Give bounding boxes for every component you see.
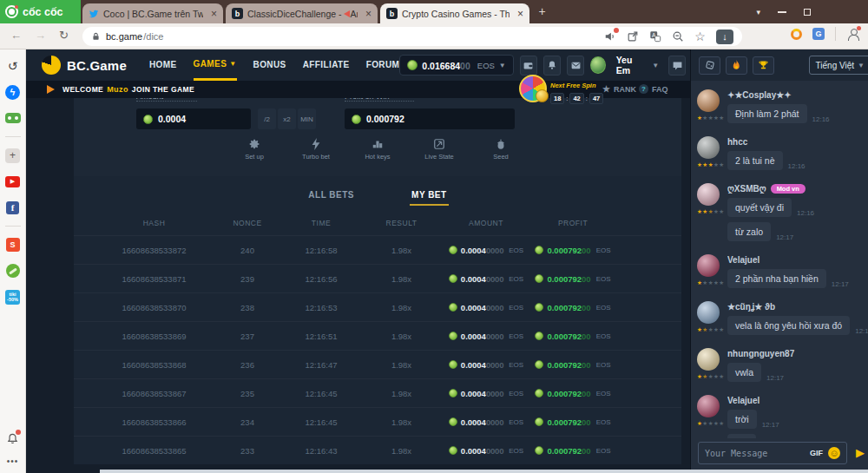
browser-tab-active[interactable]: b Crypto Casino Games - The 8 × xyxy=(380,3,529,23)
table-row[interactable]: 1660863853386723512:16:451.98x0.00040000… xyxy=(74,378,681,407)
tab-my-bet[interactable]: MY BET xyxy=(411,190,447,203)
table-row[interactable]: 1660863853387023812:16:531.98x0.00040000… xyxy=(74,292,681,321)
chat-bubble[interactable]: 2 là tui nè xyxy=(727,151,783,170)
chat-bubble[interactable]: 2 phần nha bạn hiền xyxy=(727,269,826,288)
balance-selector[interactable]: 0.01668400 EOS ▼ xyxy=(399,55,513,76)
tab-close-icon[interactable]: × xyxy=(517,8,523,20)
chat-bubble[interactable]: từ zalo xyxy=(727,222,771,241)
faq-link[interactable]: ? FAQ xyxy=(639,84,668,94)
username[interactable]: Yeu Em xyxy=(616,55,645,76)
chat-games-button[interactable] xyxy=(699,56,720,75)
address-bar[interactable]: bc.game/dice A ☆ ↓ xyxy=(82,27,742,46)
download-button[interactable]: ↓ xyxy=(716,30,733,44)
google-translate-icon[interactable]: G xyxy=(812,28,825,40)
language-selector[interactable]: Tiếng Việt ▼ xyxy=(809,56,868,75)
double-button[interactable]: x2 xyxy=(278,108,296,129)
nav-bonus[interactable]: BONUS xyxy=(253,49,286,81)
emoji-button[interactable]: ☺ xyxy=(828,447,840,459)
bcgame-logo-text[interactable]: BC.Game xyxy=(67,58,127,73)
nav-forum[interactable]: FORUM xyxy=(366,49,400,81)
hot-games-button[interactable] xyxy=(726,56,747,75)
avatar[interactable] xyxy=(697,89,720,112)
nav-home[interactable]: HOME xyxy=(149,49,177,81)
user-avatar[interactable] xyxy=(590,56,606,74)
facebook-icon[interactable]: f xyxy=(5,200,21,215)
contest-button[interactable] xyxy=(753,56,774,75)
turbo-bet-button[interactable]: Turbo bet xyxy=(297,138,335,161)
table-row[interactable]: 1660863853386823612:16:471.98x0.00040000… xyxy=(74,350,681,378)
restore-icon[interactable] xyxy=(804,9,811,16)
half-button[interactable]: /2 xyxy=(258,108,276,129)
zoom-out-icon[interactable] xyxy=(671,30,684,43)
tab-search-icon[interactable]: ▾ xyxy=(756,8,760,16)
forward-icon[interactable]: → xyxy=(35,29,46,42)
hot-keys-button[interactable]: Hot keys xyxy=(358,138,397,161)
table-row[interactable]: 1660863853387224012:16:581.98x0.00040000… xyxy=(74,235,681,264)
chat-bubble[interactable]: quyết vậy đi xyxy=(727,198,792,217)
avatar[interactable] xyxy=(697,254,720,277)
live-state-button[interactable]: Live State xyxy=(420,138,458,161)
games-icon[interactable] xyxy=(5,110,21,126)
tab-close-icon[interactable]: × xyxy=(211,8,217,20)
chat-username[interactable]: nhungnguyen87 xyxy=(727,349,862,358)
profile-icon[interactable] xyxy=(846,28,859,41)
chat-bubble[interactable]: trời xyxy=(727,410,757,429)
chat-messages[interactable]: ★★★★★✦★Cosplay★✦Định làm 2 phát12:16★★★★… xyxy=(691,81,868,438)
tab-all-bets[interactable]: ALL BETS xyxy=(308,190,354,203)
bookmark-star-icon[interactable]: ☆ xyxy=(694,30,707,43)
table-row[interactable]: 1660863853386923712:16:511.98x0.00040000… xyxy=(74,321,681,350)
translate-icon[interactable]: A xyxy=(648,30,661,43)
send-icon[interactable]: ▶ xyxy=(856,446,865,459)
avatar[interactable] xyxy=(697,395,720,417)
sidebar-more-icon[interactable]: ••• xyxy=(7,457,19,466)
messenger-icon[interactable]: ϟ xyxy=(5,84,21,100)
chat-username[interactable]: Velajuel xyxy=(727,396,862,405)
chat-bubble[interactable]: Định làm 2 phát xyxy=(727,104,807,123)
coccoc-menu-icon[interactable] xyxy=(791,29,802,40)
notifications-bell-icon[interactable] xyxy=(5,430,21,446)
browser-tab-dice-challenge[interactable]: b ClassicDiceChallenge - An × xyxy=(226,3,378,23)
back-icon[interactable]: ← xyxy=(10,29,22,42)
shopee-icon[interactable]: S xyxy=(5,237,21,253)
avatar[interactable] xyxy=(697,136,720,159)
add-shortcut-button[interactable]: + xyxy=(5,148,21,163)
chat-username[interactable]: ✦★Cosplay★✦ xyxy=(727,90,862,100)
bcgame-logo-icon[interactable] xyxy=(42,56,61,75)
nav-affiliate[interactable]: AFFILIATE xyxy=(303,49,350,81)
chat-username[interactable]: Velajuel xyxy=(727,255,862,265)
notifications-button[interactable] xyxy=(543,56,561,76)
table-row[interactable]: 1660863853386623412:16:451.98x0.00040000… xyxy=(74,407,681,436)
table-row[interactable]: 1660863853386523312:16:431.98x0.00040000… xyxy=(74,436,681,464)
free-spin-wheel-icon[interactable] xyxy=(519,75,547,102)
history-icon[interactable]: ↺ xyxy=(5,58,21,74)
mute-icon[interactable] xyxy=(603,30,616,43)
setup-button[interactable]: Set up xyxy=(235,138,273,161)
chat-username[interactable]: ღXSMBღMod vn xyxy=(727,184,862,194)
share-icon[interactable] xyxy=(626,30,639,43)
avatar[interactable] xyxy=(697,348,720,371)
seed-button[interactable]: Seed xyxy=(482,138,520,161)
gif-button[interactable]: GIF xyxy=(810,449,823,457)
free-spin-block[interactable]: Next Free Spin 18: 42: 47 xyxy=(550,76,620,104)
amount-input[interactable]: 0.0004 xyxy=(136,108,251,129)
browser-tab-twitter[interactable]: Coco | BC.Game trên Twitter: × xyxy=(82,3,223,23)
tab-close-icon[interactable]: × xyxy=(365,8,372,20)
avatar[interactable] xyxy=(697,183,720,206)
minimize-icon[interactable] xyxy=(778,11,786,13)
chat-bubble[interactable]: vwla xyxy=(727,363,761,382)
chat-username[interactable]: hhcc xyxy=(727,137,862,147)
coccoc-brand[interactable]: cốc cốc xyxy=(0,0,81,23)
wallet-button[interactable] xyxy=(520,56,537,76)
mail-button[interactable] xyxy=(567,56,584,76)
nav-games[interactable]: GAMES▼ xyxy=(194,49,237,81)
profit-input[interactable]: 0.000792 xyxy=(345,108,515,129)
new-tab-button[interactable]: + xyxy=(535,5,549,18)
chat-input[interactable]: Your Message GIF ☺ xyxy=(698,442,847,464)
chat-username[interactable]: ★cũŋʝ★ ϑb xyxy=(727,302,862,312)
tiki-discount-icon[interactable]: tiki-50% xyxy=(5,289,21,305)
reload-icon[interactable]: ↻ xyxy=(59,29,69,42)
chat-toggle-button[interactable] xyxy=(668,56,686,76)
chat-bubble[interactable]: vela là ông yêu hồi xưa đó xyxy=(727,316,850,335)
avatar[interactable] xyxy=(697,301,720,324)
table-row[interactable]: 1660863853387123912:16:561.98x0.00040000… xyxy=(74,264,681,292)
